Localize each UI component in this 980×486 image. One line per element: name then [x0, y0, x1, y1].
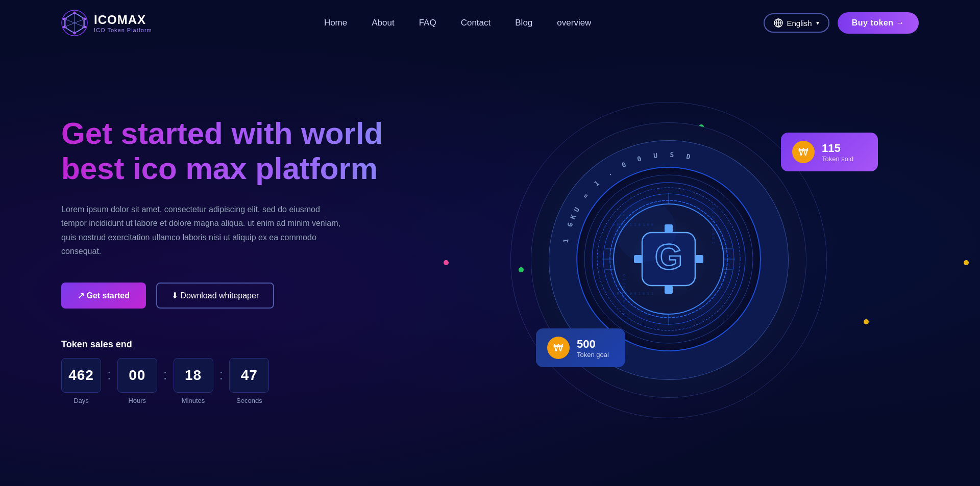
- token-goal-number: 500: [577, 338, 609, 351]
- arc-text-value: 1 GKU = 1 . 0 0 U S D: [562, 151, 695, 243]
- token-goal-icon: ₩: [547, 337, 570, 359]
- token-sold-icon: ₩: [792, 141, 815, 163]
- hours-unit: Hours: [128, 397, 146, 404]
- nav-home[interactable]: Home: [324, 18, 347, 28]
- hero-buttons: ↗ Get started ⬇ Download whitepaper: [61, 283, 419, 309]
- token-goal-info: 500 Token goal: [577, 338, 609, 359]
- buy-token-button[interactable]: Buy token →: [838, 12, 919, 34]
- seconds-unit: Seconds: [236, 397, 262, 404]
- days-unit: Days: [74, 397, 89, 404]
- logo-icon: [61, 10, 88, 36]
- token-sold-card: ₩ 115 Token sold: [781, 133, 878, 171]
- language-selector[interactable]: English ▾: [764, 13, 829, 33]
- hero-title: Get started with world best ico max plat…: [61, 116, 419, 186]
- nav-right: English ▾ Buy token →: [764, 12, 919, 34]
- token-sales-section: Token sales end 462 Days : 00 Hours : 18…: [61, 339, 419, 404]
- token-sold-number: 115: [822, 142, 853, 155]
- coin-container: 1 GKU = 1 . 0 0 U S D: [510, 102, 827, 418]
- globe-icon: [774, 18, 783, 28]
- logo[interactable]: ICOMAX ICO Token Platform: [61, 10, 152, 36]
- separator-1: :: [105, 367, 113, 383]
- token-goal-label: Token goal: [577, 351, 609, 359]
- navbar: ICOMAX ICO Token Platform Home About FAQ…: [0, 0, 980, 46]
- hero-right: 1 GKU = 1 . 0 0 U S D: [419, 82, 919, 439]
- hero-left: Get started with world best ico max plat…: [61, 116, 419, 404]
- countdown-days: 462 Days: [61, 358, 101, 404]
- countdown-hours: 00 Hours: [117, 358, 157, 404]
- days-value: 462: [61, 358, 101, 393]
- get-started-button[interactable]: ↗ Get started: [61, 283, 146, 309]
- nav-blog[interactable]: Blog: [515, 18, 532, 28]
- minutes-unit: Minutes: [182, 397, 205, 404]
- dot-pink: [444, 260, 449, 265]
- hero-section: Get started with world best ico max plat…: [0, 46, 980, 464]
- separator-3: :: [217, 367, 226, 383]
- token-sold-label: Token sold: [822, 155, 853, 163]
- chevron-down-icon: ▾: [816, 19, 819, 27]
- countdown: 462 Days : 00 Hours : 18 Minutes : 47 Se…: [61, 358, 419, 404]
- token-goal-card: ₩ 500 Token goal: [536, 328, 625, 367]
- dot-yellow-1: [964, 260, 969, 265]
- token-sales-label: Token sales end: [61, 339, 419, 350]
- minutes-value: 18: [174, 358, 213, 393]
- hours-value: 00: [117, 358, 157, 393]
- nav-faq[interactable]: FAQ: [419, 18, 436, 28]
- seconds-value: 47: [229, 358, 269, 393]
- hero-description: Lorem ipsum dolor sit amet, consectetur …: [61, 202, 347, 258]
- language-label: English: [787, 19, 812, 28]
- logo-text: ICOMAX ICO Token Platform: [94, 13, 152, 33]
- countdown-seconds: 47 Seconds: [229, 358, 269, 404]
- nav-links: Home About FAQ Contact Blog overview: [324, 18, 592, 28]
- brand-name: ICOMAX: [94, 13, 152, 27]
- download-whitepaper-button[interactable]: ⬇ Download whitepaper: [156, 283, 274, 309]
- countdown-minutes: 18 Minutes: [174, 358, 213, 404]
- nav-overview[interactable]: overview: [557, 18, 591, 28]
- brand-subtitle: ICO Token Platform: [94, 27, 152, 33]
- nav-about[interactable]: About: [372, 18, 394, 28]
- dot-yellow-2: [864, 319, 869, 324]
- nav-contact[interactable]: Contact: [461, 18, 491, 28]
- token-sold-info: 115 Token sold: [822, 142, 853, 163]
- svg-text:1 GKU = 1 . 0 0   U S D: 1 GKU = 1 . 0 0 U S D: [562, 151, 695, 243]
- separator-2: :: [161, 367, 169, 383]
